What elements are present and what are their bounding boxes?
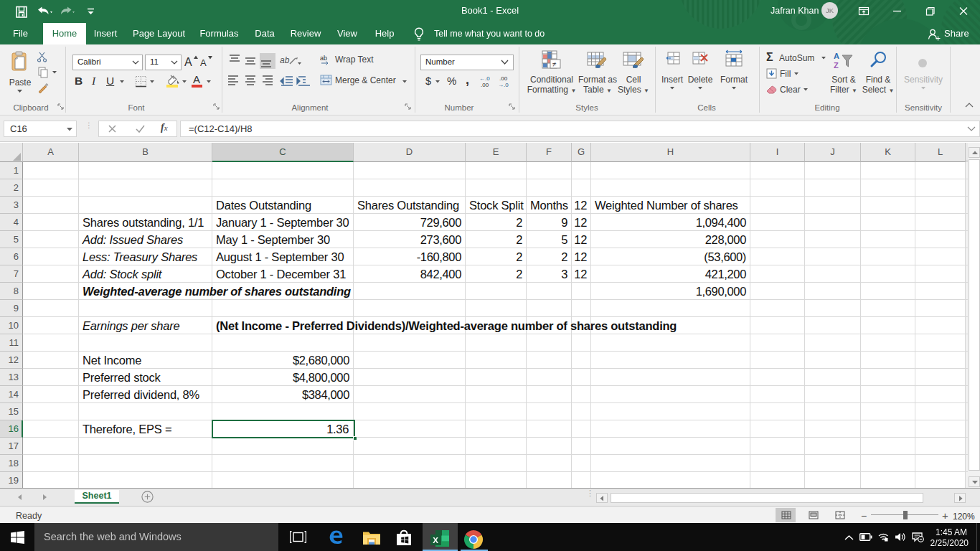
svg-text:→.0: →.0 [498,82,509,88]
svg-text:.00: .00 [499,75,508,82]
svg-text:A: A [200,57,207,68]
svg-text:X: X [433,536,438,545]
svg-text:Z: Z [834,61,839,70]
svg-text:A: A [834,52,839,60]
svg-text:←.0: ←.0 [479,75,490,82]
svg-text:≠: ≠ [552,60,557,68]
svg-text:A: A [184,56,192,68]
svg-text:ab: ab [280,55,290,65]
svg-text:.00: .00 [481,82,489,88]
svg-text:ab: ab [320,55,327,62]
